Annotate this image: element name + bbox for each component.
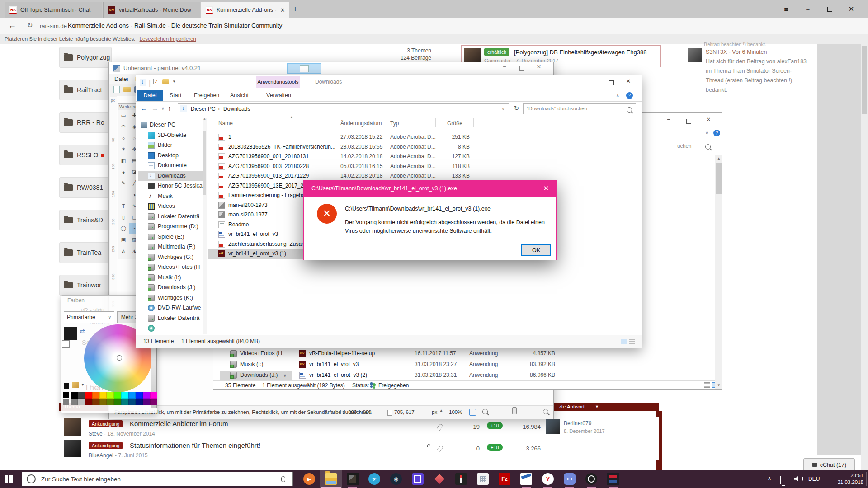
refresh-icon[interactable]: ↻: [514, 105, 519, 112]
color-slot-dropdown[interactable]: Primärfarbe∨: [64, 311, 114, 323]
help-icon[interactable]: ?: [626, 92, 633, 99]
scrollbar-thumb[interactable]: [716, 163, 722, 194]
tool-button[interactable]: ▣: [118, 234, 129, 245]
forum-category-tile[interactable]: RailTract: [59, 80, 112, 100]
forum-category-tile[interactable]: Polygonzug: [59, 47, 112, 68]
palette-swatch-black[interactable]: [63, 392, 69, 398]
address-page-title[interactable]: Kommerzielle Add-ons - Rail-Sim.de - Die…: [68, 22, 282, 29]
announcement-row[interactable]: Ankündigung Kommerzielle Anbieter im For…: [59, 417, 659, 439]
palette-swatch[interactable]: [107, 392, 114, 399]
explorer-maximize-button[interactable]: [604, 79, 619, 87]
paintnet-minimize-button[interactable]: −: [497, 63, 512, 70]
browser-scrollbar-thumb[interactable]: [862, 46, 867, 114]
forum-category-tile[interactable]: TrainTea: [59, 242, 112, 263]
column-name[interactable]: Name: [218, 120, 233, 127]
tool-button[interactable]: ◧: [118, 155, 129, 166]
palette-swatch[interactable]: [121, 399, 128, 405]
sidebar-item[interactable]: Musik: [138, 192, 206, 202]
file-row[interactable]: AZG7013956900_003_20180228 05.03.2018 16…: [208, 162, 642, 172]
file-row[interactable]: vr_br141_el_orot_v3 (2) 31.03.2018 23:31…: [289, 371, 714, 381]
tray-clock[interactable]: 23:51 31.03.2018: [825, 472, 863, 486]
thread-author-link[interactable]: BlueAngel: [89, 452, 113, 459]
sidebar-item[interactable]: Downloads (J:): [138, 283, 206, 293]
qat-properties-icon[interactable]: ✓: [153, 79, 159, 84]
language-indicator[interactable]: DEU: [808, 476, 820, 482]
breadcrumb-current[interactable]: Downloads: [223, 106, 250, 112]
palette-swatch[interactable]: [71, 399, 78, 405]
ok-button[interactable]: OK: [521, 244, 551, 256]
browser-maximize-button[interactable]: [822, 3, 837, 15]
sidebar-entry-author[interactable]: S3NT3X - Vor 6 Minuten: [706, 49, 767, 55]
taskbar-app-button[interactable]: [472, 470, 494, 488]
taskbar-app-button[interactable]: [580, 470, 602, 488]
recent-locations-icon[interactable]: ∨: [161, 106, 165, 111]
taskbar-app-button[interactable]: [363, 470, 385, 488]
refresh-icon[interactable]: ↻: [27, 21, 33, 29]
palette-swatch[interactable]: [136, 392, 143, 399]
zoom-slider-thumb[interactable]: [512, 407, 517, 414]
tool-button[interactable]: ○: [118, 132, 129, 144]
announcement-row[interactable]: Ankündigung Statusinformationen für Them…: [59, 438, 659, 460]
zoom-in-icon[interactable]: [543, 409, 548, 414]
browser-tab-3-active[interactable]: RS Kommerzielle Add-ons - ✕: [201, 2, 289, 18]
palette-swatch[interactable]: [78, 392, 85, 399]
volume-icon[interactable]: [794, 476, 803, 482]
file-tab[interactable]: Datei: [137, 90, 163, 101]
palette-swatch[interactable]: [92, 392, 99, 399]
palette-caret-icon[interactable]: ▼: [81, 383, 85, 387]
palette-swatch[interactable]: [99, 392, 107, 399]
sidebar-item[interactable]: Musik (I:): [220, 360, 292, 371]
sidebar-item[interactable]: Lokaler Datenträ: [138, 212, 206, 222]
back-icon[interactable]: ←: [8, 21, 16, 30]
palette-swatch[interactable]: [128, 392, 136, 399]
dialog-close-icon[interactable]: ✕: [536, 180, 556, 197]
tool-button[interactable]: ▯: [118, 211, 129, 223]
forum-category-tile[interactable]: RW/0381: [59, 177, 112, 198]
microphone-icon[interactable]: [281, 476, 285, 482]
search-box[interactable]: "Downloads" durchsuchen: [523, 103, 636, 114]
last-post-author[interactable]: Berliner079: [564, 420, 591, 427]
taskbar-app-button[interactable]: [537, 470, 559, 488]
palette-swatch[interactable]: [107, 399, 114, 405]
cchat-button[interactable]: cChat (17): [803, 458, 855, 471]
nav-scrollbar[interactable]: ▲: [203, 118, 207, 334]
file-row[interactable]: vR-Ebula-Helper-11e-setup 16.11.2017 11:…: [289, 349, 714, 360]
column-size[interactable]: Größe: [447, 120, 462, 127]
browser-menu-icon[interactable]: ≡: [778, 3, 794, 15]
help-icon[interactable]: ?: [713, 130, 720, 136]
tab-start[interactable]: Start: [170, 92, 181, 99]
tool-button[interactable]: ✎: [118, 178, 129, 189]
palette-menu-icon[interactable]: [72, 382, 79, 388]
context-tab[interactable]: Anwendungstools: [256, 76, 300, 88]
file-row[interactable]: vr_br141_el_vrot_v3 31.03.2018 23:27 Anw…: [289, 360, 714, 371]
scrollbar-thumb[interactable]: [203, 131, 206, 195]
tool-button[interactable]: ≡: [118, 189, 129, 200]
new-file-icon[interactable]: [113, 86, 120, 93]
paintnet-title-bar[interactable]: Unbenannt - paint.net v4.0.21 − ✕: [109, 62, 553, 74]
browser-tab-2[interactable]: vR virtualRailroads - Meine Dow: [103, 2, 200, 18]
browser-minimize-button[interactable]: −: [800, 3, 816, 15]
taskbar-app-button[interactable]: [494, 470, 515, 488]
back-icon[interactable]: ←: [141, 104, 147, 112]
unit-dropdown[interactable]: px: [432, 409, 437, 415]
breadcrumb-root[interactable]: Dieser PC: [191, 106, 216, 112]
chevron-down-icon[interactable]: ∨: [283, 373, 287, 378]
paintnet-close-button[interactable]: ✕: [531, 63, 547, 70]
sidebar-item[interactable]: [138, 324, 206, 334]
sidebar-item[interactable]: Programme (D:): [138, 222, 206, 232]
taskbar-app-button[interactable]: [515, 470, 537, 488]
address-domain[interactable]: rail-sim.de: [40, 23, 67, 29]
taskbar-app-button[interactable]: [298, 470, 320, 488]
tool-button[interactable]: ●: [118, 166, 129, 178]
tool-button[interactable]: ◯: [118, 223, 129, 234]
sidebar-item[interactable]: Downloads: [138, 171, 206, 182]
file-row[interactable]: AZG7013956900_001_20180131 14.02.2018 20…: [208, 152, 642, 162]
zoom-out-icon[interactable]: [482, 409, 488, 414]
secondary-color-swatch[interactable]: [62, 340, 70, 348]
browser-scrollbar[interactable]: [861, 44, 868, 470]
sidebar-item[interactable]: 3D-Objekte: [138, 131, 206, 141]
palette-swatch[interactable]: [78, 399, 85, 405]
file-row[interactable]: 1 27.03.2018 15:22 Adobe Acrobat D... 25…: [208, 132, 642, 142]
primary-color-swatch[interactable]: [64, 327, 77, 340]
sidebar-item[interactable]: Desktop: [138, 151, 206, 161]
